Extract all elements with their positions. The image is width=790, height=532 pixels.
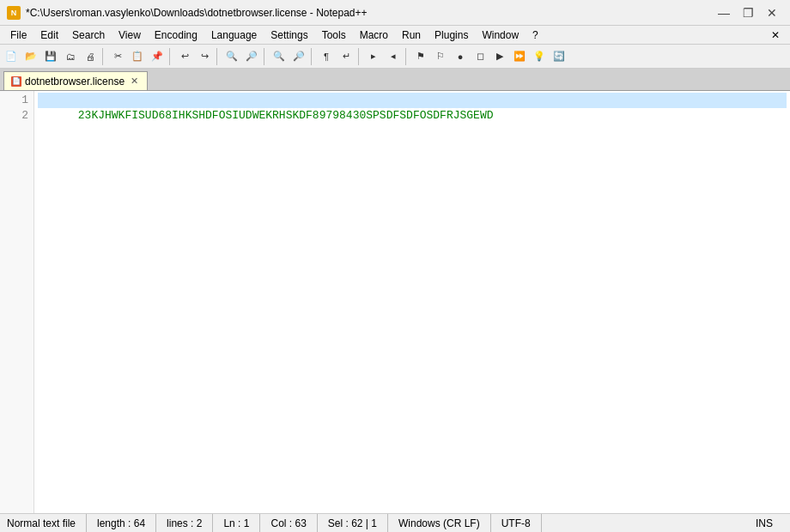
toolbar-sep-6	[358, 48, 362, 65]
menu-plugins[interactable]: Plugins	[428, 27, 475, 43]
record-button[interactable]: ●	[451, 47, 470, 66]
menu-tools[interactable]: Tools	[315, 27, 353, 43]
status-insert-mode: INS	[745, 514, 783, 532]
copy-button[interactable]: 📋	[128, 47, 147, 66]
tab-label: dotnetbrowser.license	[25, 76, 125, 88]
minimize-button[interactable]: —	[713, 4, 735, 21]
menu-encoding[interactable]: Encoding	[148, 27, 204, 43]
title-bar-text: *C:\Users\roman.vasylenko\Downloads\dotn…	[26, 7, 713, 19]
menu-help[interactable]: ?	[526, 27, 545, 43]
redo-button[interactable]: ↪	[195, 47, 214, 66]
status-file-type: Normal text file	[7, 514, 87, 532]
status-length: length : 64	[87, 514, 156, 532]
menu-close-x[interactable]: ✕	[764, 27, 787, 43]
word-wrap-button[interactable]: ↵	[337, 47, 356, 66]
menu-bar: File Edit Search View Encoding Language …	[0, 26, 790, 45]
toolbar-sep-2	[169, 48, 173, 65]
code-text-1: 23KJHWKFISUD68IHKSHDFOSIUDWEKRHSKDF89798…	[78, 109, 494, 122]
paste-button[interactable]: 📌	[148, 47, 167, 66]
restore-button[interactable]: ❐	[737, 4, 759, 21]
run-macro-button[interactable]: 💡	[530, 47, 549, 66]
code-text-2	[78, 124, 85, 137]
toolbar-sep-1	[102, 48, 106, 65]
toolbar-sep-7	[405, 48, 409, 65]
tab-dotnetbrowser[interactable]: 📄 dotnetbrowser.license ✕	[3, 71, 148, 90]
menu-window[interactable]: Window	[475, 27, 526, 43]
menu-settings[interactable]: Settings	[264, 27, 314, 43]
title-bar-controls: — ❐ ✕	[713, 4, 783, 21]
zoom-in-button[interactable]: 🔎	[289, 47, 308, 66]
unindent-button[interactable]: ◂	[384, 47, 403, 66]
zoom-out-button[interactable]: 🔍	[270, 47, 289, 66]
stop-button[interactable]: ◻	[471, 47, 489, 66]
menu-macro[interactable]: Macro	[353, 27, 395, 43]
toolbar: 📄 📂 💾 🗂 🖨 ✂ 📋 📌 ↩ ↪ 🔍 🔎 🔍 🔎 ¶ ↵ ▸ ◂ ⚑ ⚐ …	[0, 45, 790, 69]
status-bar: Normal text file length : 64 lines : 2 L…	[0, 513, 790, 532]
status-line-ending: Windows (CR LF)	[388, 514, 491, 532]
undo-button[interactable]: ↩	[175, 47, 194, 66]
status-ln: Ln : 1	[213, 514, 260, 532]
menu-run[interactable]: Run	[395, 27, 428, 43]
new-button[interactable]: 📄	[2, 47, 21, 66]
status-col: Col : 63	[260, 514, 317, 532]
toolbar-sep-3	[216, 48, 220, 65]
toolbar-sep-4	[264, 48, 267, 65]
tab-close-button[interactable]: ✕	[128, 76, 140, 88]
editor-content[interactable]: 23KJHWKFISUD68IHKSHDFOSIUDWEKRHSKDF89798…	[34, 91, 790, 513]
save-all-button[interactable]: 🗂	[61, 47, 80, 66]
find-replace-button[interactable]: 🔎	[242, 47, 261, 66]
menu-language[interactable]: Language	[204, 27, 264, 43]
close-button[interactable]: ✕	[761, 4, 783, 21]
menu-file[interactable]: File	[3, 27, 33, 43]
reload-button[interactable]: 🔄	[550, 47, 568, 66]
editor-container: 1 2 23KJHWKFISUD68IHKSHDFOSIUDWEKRHSKDF8…	[0, 91, 790, 513]
toolbar-sep-5	[311, 48, 314, 65]
tab-bar: 📄 dotnetbrowser.license ✕	[0, 69, 790, 91]
show-all-button[interactable]: ¶	[317, 47, 336, 66]
app-icon: N	[7, 6, 21, 20]
print-button[interactable]: 🖨	[81, 47, 100, 66]
find-button[interactable]: 🔍	[222, 47, 241, 66]
menu-search[interactable]: Search	[65, 27, 112, 43]
status-encoding: UTF-8	[491, 514, 542, 532]
play-button[interactable]: ▶	[490, 47, 509, 66]
next-bookmark-button[interactable]: ⚐	[431, 47, 450, 66]
menu-edit[interactable]: Edit	[33, 27, 65, 43]
status-lines: lines : 2	[156, 514, 213, 532]
open-button[interactable]: 📂	[21, 47, 40, 66]
title-bar: N *C:\Users\roman.vasylenko\Downloads\do…	[0, 0, 790, 26]
line-numbers: 1 2	[0, 91, 34, 513]
indent-button[interactable]: ▸	[364, 47, 383, 66]
line-number-2: 2	[0, 108, 28, 124]
cut-button[interactable]: ✂	[108, 47, 127, 66]
status-sel: Sel : 62 | 1	[318, 514, 388, 532]
code-line-1: 23KJHWKFISUD68IHKSHDFOSIUDWEKRHSKDF89798…	[38, 93, 787, 108]
playback-button[interactable]: ⏩	[510, 47, 529, 66]
bookmark-button[interactable]: ⚑	[411, 47, 430, 66]
tab-file-icon: 📄	[11, 76, 21, 87]
line-number-1: 1	[0, 93, 28, 108]
menu-view[interactable]: View	[112, 27, 148, 43]
save-button[interactable]: 💾	[41, 47, 60, 66]
